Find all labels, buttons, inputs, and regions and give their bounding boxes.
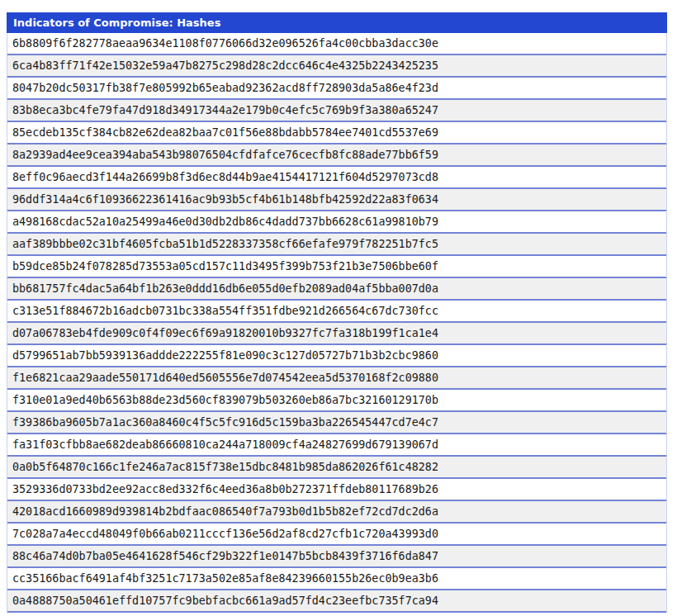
table-row: 83b8eca3bc4fe79fa47d918d34917344a2e179b0… [7, 100, 666, 122]
table-row: 8a2939ad4ee9cea394aba543b98076504cfdfafc… [7, 145, 666, 167]
table-row: f39386ba9605b7a1ac360a8460c4f5c5fc916d5c… [7, 412, 666, 434]
table-row: 96ddf314a4c6f10936622361416ac9b93b5cf4b6… [7, 189, 666, 211]
table-row: 6b8809f6f282778aeaa9634e1108f0776066d32e… [7, 33, 666, 55]
table-row: 85ecdeb135cf384cb82e62dea82baa7c01f56e88… [7, 122, 666, 145]
table-row: cc35166bacf6491af4bf3251c7173a502e85af8e… [7, 568, 666, 590]
table-row: d07a06783eb4fde909c0f4f09ec6f69a91820010… [7, 323, 666, 345]
table-row: a498168cdac52a10a25499a46e0d30db2db86c4d… [7, 211, 666, 234]
table-row: 6ca4b83ff71f42e15032e59a47b8275c298d28c2… [7, 55, 666, 78]
table-row: 8047b20dc50317fb38f7e805992b65eabad92362… [7, 78, 666, 100]
table-row: 7c028a7a4eccd48049f0b66ab0211cccf136e56d… [7, 524, 666, 546]
table-row: 8eff0c96aecd3f144a26699b8f3d6ec8d44b9ae4… [7, 167, 666, 189]
table-row: 42018acd1660989d939814b2bdfaac086540f7a7… [7, 501, 666, 524]
ioc-hash-table: Indicators of Compromise: Hashes 6b8809f… [7, 12, 667, 613]
table-row: c313e51f884672b16adcb0731bc338a554ff351f… [7, 301, 666, 323]
table-row: 88c46a74d0b7ba05e4641628f546cf29b322f1e0… [7, 546, 666, 568]
table-row: f1e6821caa29aade550171d640ed5605556e7d07… [7, 367, 666, 390]
table-row: 0a0b5f64870c166c1fe246a7ac815f738e15dbc8… [7, 457, 666, 479]
page: Indicators of Compromise: Hashes 6b8809f… [0, 0, 677, 616]
table-row: 3529336d0733bd2ee92acc8ed332f6c4eed36a8b… [7, 479, 666, 501]
table-header-title: Indicators of Compromise: Hashes [7, 12, 667, 33]
table-row: d5799651ab7bb5939136addde222255f81e090c3… [7, 345, 666, 367]
table-row: 0a4888750a50461effd10757fc9bebfacbc661a9… [7, 590, 666, 613]
table-row: b59dce85b24f078285d73553a05cd157c11d3495… [7, 256, 666, 278]
table-row: aaf389bbbe02c31bf4605fcba51b1d5228337358… [7, 234, 666, 256]
table-row: fa31f03cfbb8ae682deab86660810ca244a71800… [7, 434, 666, 457]
table-row: bb681757fc4dac5a64bf1b263e0ddd16db6e055d… [7, 278, 666, 301]
hash-row-list: 6b8809f6f282778aeaa9634e1108f0776066d32e… [7, 33, 666, 613]
table-row: f310e01a9ed40b6563b88de23d560cf839079b50… [7, 390, 666, 412]
